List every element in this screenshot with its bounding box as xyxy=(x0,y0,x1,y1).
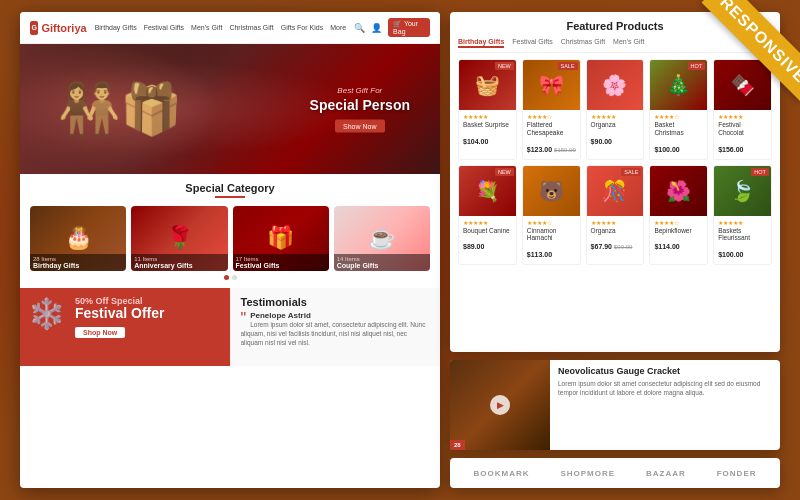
nav-items: Birthday Gifts Festival Gifts Men's Gift… xyxy=(95,24,346,31)
product-price-10: $100.00 xyxy=(718,251,743,258)
nav-item-2[interactable]: Festival Gifts xyxy=(144,24,184,31)
blog-date: 28 xyxy=(450,440,465,450)
product-card-6[interactable]: 💐 NEW ★★★★★ Bouquet Canine $89.00 xyxy=(458,165,517,266)
site-header: G Giftoriya Birthday Gifts Festival Gift… xyxy=(20,12,440,44)
brands-panel: BOOKMARK SHOPMORE BAZAAR FONDER xyxy=(450,458,780,488)
product-img-3: 🌸 xyxy=(587,60,644,110)
cart-button[interactable]: 🛒 Your Bag xyxy=(388,18,430,37)
festival-offer: ❄️ 50% Off Special Festival Offer Shop N… xyxy=(20,288,230,366)
dot-1[interactable] xyxy=(224,275,229,280)
hero-text: Best Gift For Special Person Show Now xyxy=(310,86,410,133)
category-item-3[interactable]: 🎁 17 Items Festival Gifts xyxy=(233,206,329,271)
play-button[interactable]: ▶ xyxy=(490,395,510,415)
product-emoji-10: 🍃 xyxy=(730,179,755,203)
product-stars-7: ★★★★☆ xyxy=(527,219,576,226)
product-card-1[interactable]: 🧺 NEW ★★★★★ Basket Surprise $104.00 xyxy=(458,59,517,160)
testimonial-body: " Penelope Astrid Lorem ipsum dolor sit … xyxy=(241,311,431,347)
testimonial-author: Penelope Astrid xyxy=(241,311,431,320)
category-item-1[interactable]: 🎂 28 Items Birthday Gifts xyxy=(30,206,126,271)
product-price-5: $156.00 xyxy=(718,146,743,153)
product-info-3: ★★★★★ Organza $90.00 xyxy=(587,110,644,151)
product-card-7[interactable]: 🐻 ★★★★☆ Cinnamon Hamachi $113.00 xyxy=(522,165,581,266)
tab-festival-gifts[interactable]: Festival Gifts xyxy=(512,37,552,48)
product-price-7: $113.00 xyxy=(527,251,552,258)
product-info-9: ★★★★☆ Bepinkflower $114.00 xyxy=(650,216,707,257)
tab-birthday-gifts[interactable]: Birthday Gifts xyxy=(458,37,504,48)
nav-item-4[interactable]: Christmas Gift xyxy=(229,24,273,31)
cat-name-4: Couple Gifts xyxy=(337,262,427,269)
nav-item-3[interactable]: Men's Gift xyxy=(191,24,222,31)
brand-fonder: FONDER xyxy=(717,469,757,478)
product-name-2: Flattered Chesapeake xyxy=(527,121,576,137)
product-emoji-9: 🌺 xyxy=(666,179,691,203)
offer-content: 50% Off Special Festival Offer Shop Now xyxy=(30,296,220,339)
product-stars-2: ★★★★☆ xyxy=(527,113,576,120)
products-row-2: 💐 NEW ★★★★★ Bouquet Canine $89.00 🐻 ★★★★… xyxy=(458,165,772,266)
user-icon[interactable]: 👤 xyxy=(371,23,382,33)
hero-couple-image: 👫🎁 xyxy=(20,44,220,174)
desktop-preview: G Giftoriya Birthday Gifts Festival Gift… xyxy=(20,12,440,488)
product-badge-8: SALE xyxy=(621,168,641,176)
product-info-8: ★★★★★ Organza $67.90$90.00 xyxy=(587,216,644,257)
brand-bazaar: BAZAAR xyxy=(646,469,686,478)
product-info-2: ★★★★☆ Flattered Chesapeake $123.00$150.0… xyxy=(523,110,580,159)
product-img-1: 🧺 NEW xyxy=(459,60,516,110)
product-price-6: $89.00 xyxy=(463,243,484,250)
product-old-price-8: $90.00 xyxy=(614,244,632,250)
site-logo: G Giftoriya xyxy=(30,21,87,35)
header-icons: 🔍 👤 🛒 Your Bag xyxy=(354,18,430,37)
testimonial-text: Lorem ipsum dolor sit amet, consectetur … xyxy=(241,320,431,347)
special-category-section: Special Category 🎂 28 Items Birthday Gif… xyxy=(20,174,440,288)
product-price-2: $123.00 xyxy=(527,146,552,153)
nav-item-6[interactable]: More xyxy=(330,24,346,31)
carousel-dots xyxy=(30,275,430,280)
blog-content: Neovolicatus Gauge Cracket Lorem ipsum d… xyxy=(550,360,780,450)
offer-button[interactable]: Shop Now xyxy=(75,327,125,338)
product-name-6: Bouquet Canine xyxy=(463,227,512,235)
product-card-8[interactable]: 🎊 SALE ★★★★★ Organza $67.90$90.00 xyxy=(586,165,645,266)
responsive-badge: RESPONSIVE xyxy=(665,0,800,135)
search-icon[interactable]: 🔍 xyxy=(354,23,365,33)
cat-overlay-4: 14 Items Couple Gifts xyxy=(334,254,430,271)
product-card-9[interactable]: 🌺 ★★★★☆ Bepinkflower $114.00 xyxy=(649,165,708,266)
section-title: Special Category xyxy=(30,182,430,194)
product-card-3[interactable]: 🌸 ★★★★★ Organza $90.00 xyxy=(586,59,645,160)
blog-title: Neovolicatus Gauge Cracket xyxy=(558,366,772,376)
product-emoji-1: 🧺 xyxy=(475,73,500,97)
category-item-2[interactable]: 🌹 11 Items Anniversary Gifts xyxy=(131,206,227,271)
testimonials-section: Testimonials " Penelope Astrid Lorem ips… xyxy=(230,288,441,366)
product-name-3: Organza xyxy=(591,121,640,129)
product-img-7: 🐻 xyxy=(523,166,580,216)
product-price-8: $67.90 xyxy=(591,243,612,250)
nav-item-5[interactable]: Gifts For Kids xyxy=(281,24,323,31)
hero-banner: 👫🎁 Best Gift For Special Person Show Now xyxy=(20,44,440,174)
product-info-10: ★★★★★ Baskets Fleurissant $100.00 xyxy=(714,216,771,265)
tab-christmas-gift[interactable]: Christmas Gift xyxy=(561,37,605,48)
product-old-price-2: $150.00 xyxy=(554,147,576,153)
product-card-2[interactable]: 🎀 SALE ★★★★☆ Flattered Chesapeake $123.0… xyxy=(522,59,581,160)
hero-subtitle: Best Gift For xyxy=(310,86,410,95)
product-emoji-2: 🎀 xyxy=(539,73,564,97)
dot-2[interactable] xyxy=(232,275,237,280)
hero-button[interactable]: Show Now xyxy=(335,119,384,132)
product-emoji-7: 🐻 xyxy=(539,179,564,203)
cat-name-2: Anniversary Gifts xyxy=(134,262,224,269)
cat-overlay-3: 17 Items Festival Gifts xyxy=(233,254,329,271)
offer-title: Festival Offer xyxy=(75,306,220,321)
tab-mens-gift[interactable]: Men's Gift xyxy=(613,37,644,48)
product-price-3: $90.00 xyxy=(591,138,612,145)
product-card-10[interactable]: 🍃 HOT ★★★★★ Baskets Fleurissant $100.00 xyxy=(713,165,772,266)
nav-item-1[interactable]: Birthday Gifts xyxy=(95,24,137,31)
product-badge-6: NEW xyxy=(495,168,514,176)
product-stars-3: ★★★★★ xyxy=(591,113,640,120)
couple-silhouette: 👫🎁 xyxy=(58,80,182,138)
testimonials-title: Testimonials xyxy=(241,296,431,308)
category-item-4[interactable]: ☕ 14 Items Couple Gifts xyxy=(334,206,430,271)
product-info-1: ★★★★★ Basket Surprise $104.00 xyxy=(459,110,516,151)
product-stars-8: ★★★★★ xyxy=(591,219,640,226)
badge-label: RESPONSIVE xyxy=(701,0,800,102)
blog-image: ▶ 28 xyxy=(450,360,550,450)
product-info-6: ★★★★★ Bouquet Canine $89.00 xyxy=(459,216,516,257)
brand-bookmark: BOOKMARK xyxy=(473,469,529,478)
product-emoji-3: 🌸 xyxy=(602,73,627,97)
